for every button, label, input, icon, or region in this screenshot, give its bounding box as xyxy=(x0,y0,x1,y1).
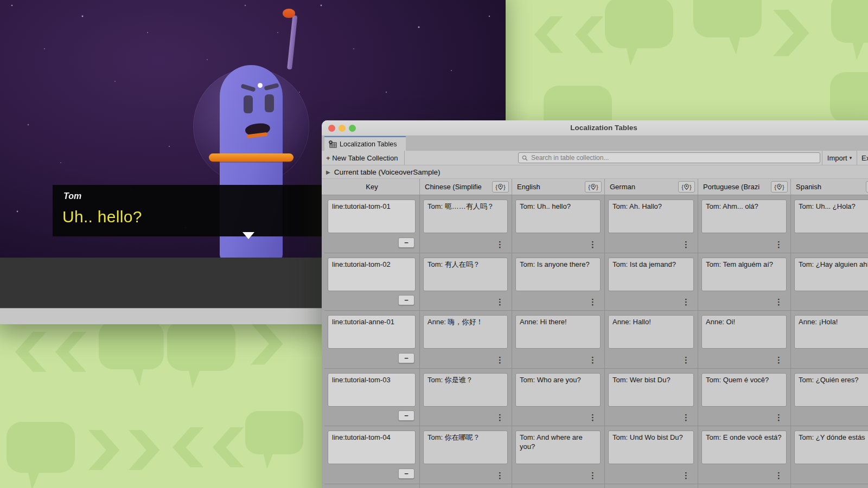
import-button[interactable]: Import ▾ xyxy=(822,151,857,165)
translation-field-portuguese[interactable]: Tom: Quem é você? xyxy=(701,373,787,407)
cell-more-button[interactable]: ⋮ xyxy=(589,471,597,480)
portuguese-cell: Tom: Ahm... olá? ⋮ xyxy=(698,195,791,253)
table-row: line:tutorial-tom-02 − Tom: 有人在吗？ ⋮ Tom:… xyxy=(324,253,868,311)
cell-more-button[interactable]: ⋮ xyxy=(775,297,783,307)
table-row: line:tutorial-tom-03 − Tom: 你是谁？ ⋮ Tom: … xyxy=(324,369,868,427)
current-table-foldout[interactable]: ▶ Current table (VoiceoverSample) xyxy=(322,165,868,179)
cell-more-button[interactable]: ⋮ xyxy=(496,471,504,480)
translation-field-spanish[interactable]: Tom: Uh... ¿Hola? xyxy=(794,200,868,233)
translation-field-portuguese[interactable]: Anne: Oi! xyxy=(701,315,787,349)
english-cell: Anne: Hi there! ⋮ xyxy=(512,311,605,368)
translation-field-german[interactable]: Tom: Ah. Hallo? xyxy=(608,200,694,233)
localization-tables-icon xyxy=(328,140,337,148)
cell-more-button[interactable]: ⋮ xyxy=(682,413,690,422)
locale-settings-button[interactable]: {} xyxy=(492,181,509,192)
remove-row-button[interactable]: − xyxy=(398,468,414,479)
remove-row-button[interactable]: − xyxy=(398,353,414,363)
column-header-chinese[interactable]: Chinese (Simplifie {} xyxy=(420,179,512,195)
column-header-english[interactable]: English {} xyxy=(512,179,605,195)
cell-more-button[interactable]: ⋮ xyxy=(589,240,597,249)
spanish-cell: Tom: ¿Y dónde estás ⋮ xyxy=(791,426,868,484)
translation-field-german[interactable]: Anne: Hallo! xyxy=(608,315,694,349)
robot-antenna-tip xyxy=(283,9,295,18)
locale-settings-button[interactable]: {} xyxy=(585,181,602,192)
robot-eye-right xyxy=(265,94,274,112)
chinese-cell: Tom: 你是谁？ ⋮ xyxy=(420,369,512,426)
translation-field-chinese[interactable]: Tom: 呃……有人吗？ xyxy=(423,200,508,233)
cell-more-button[interactable]: ⋮ xyxy=(682,240,690,249)
german-cell: Tom: Ah. Hallo? ⋮ xyxy=(605,195,698,253)
spanish-cell: ⋮ xyxy=(791,484,868,488)
key-cell: line:tutorial-tom-03 − xyxy=(324,369,420,426)
remove-row-button[interactable]: − xyxy=(398,295,414,305)
translation-field-spanish[interactable]: Anne: ¡Hola! xyxy=(794,315,868,349)
key-field[interactable]: line:tutorial-tom-01 xyxy=(328,200,416,233)
spanish-cell: Tom: ¿Quién eres? ⋮ xyxy=(791,369,868,426)
cell-more-button[interactable]: ⋮ xyxy=(589,355,597,365)
translation-field-spanish[interactable]: Tom: ¿Hay alguien ahí? xyxy=(794,258,868,291)
locale-settings-button[interactable]: {} xyxy=(771,181,788,192)
cell-more-button[interactable]: ⋮ xyxy=(496,355,504,365)
table-row: line:tutorial-tom-04 − Tom: 你在哪呢？ ⋮ Tom:… xyxy=(324,426,868,484)
cell-more-button[interactable]: ⋮ xyxy=(589,297,597,307)
key-field[interactable]: line:tutorial-tom-04 xyxy=(328,431,416,464)
translation-field-chinese[interactable]: Anne: 嗨，你好！ xyxy=(423,315,508,349)
english-cell: ⋮ xyxy=(512,484,605,488)
translation-field-english[interactable]: Anne: Hi there! xyxy=(515,315,601,349)
locale-settings-button[interactable]: {} xyxy=(866,181,868,192)
speaker-name: Tom xyxy=(63,191,81,201)
translation-field-portuguese[interactable]: Tom: E onde você está? xyxy=(701,431,787,464)
cell-more-button[interactable]: ⋮ xyxy=(589,413,597,422)
cell-more-button[interactable]: ⋮ xyxy=(682,471,690,480)
portuguese-cell: Tom: E onde você está? ⋮ xyxy=(698,426,791,484)
robot-forehead-glint xyxy=(258,83,263,88)
cell-more-button[interactable]: ⋮ xyxy=(775,240,783,249)
translation-field-spanish[interactable]: Tom: ¿Quién eres? xyxy=(794,373,868,407)
search-field[interactable] xyxy=(518,152,820,163)
english-cell: Tom: Who are you? ⋮ xyxy=(512,369,605,426)
cell-more-button[interactable]: ⋮ xyxy=(775,413,783,422)
portuguese-cell: Anne: Oi! ⋮ xyxy=(698,311,791,368)
translation-field-spanish[interactable]: Tom: ¿Y dónde estás xyxy=(794,431,868,464)
translation-field-english[interactable]: Tom: Is anyone there? xyxy=(515,258,601,291)
export-button[interactable]: Ex xyxy=(857,151,868,165)
cell-more-button[interactable]: ⋮ xyxy=(496,297,504,307)
search-input[interactable] xyxy=(530,153,816,162)
key-field[interactable]: line:tutorial-anne-01 xyxy=(328,315,416,349)
column-header-german[interactable]: German {} xyxy=(605,179,698,195)
translation-field-english[interactable]: Tom: Who are you? xyxy=(515,373,601,407)
locale-pin-icon xyxy=(684,184,689,190)
translation-field-english[interactable]: Tom: Uh.. hello? xyxy=(515,200,601,233)
tab-localization-tables[interactable]: Localization Tables xyxy=(324,136,406,151)
english-cell: Tom: Uh.. hello? ⋮ xyxy=(512,195,605,253)
translation-field-english[interactable]: Tom: And where are you? xyxy=(515,431,601,464)
english-cell: Tom: And where are you? ⋮ xyxy=(512,426,605,484)
cell-more-button[interactable]: ⋮ xyxy=(682,297,690,307)
english-cell: Tom: Is anyone there? ⋮ xyxy=(512,253,605,311)
translation-field-chinese[interactable]: Tom: 你是谁？ xyxy=(423,373,508,407)
toolbar: + New Table Collection Import ▾ Ex xyxy=(322,151,868,165)
remove-row-button[interactable]: − xyxy=(398,410,414,421)
remove-row-button[interactable]: − xyxy=(398,237,414,248)
new-table-collection-button[interactable]: + New Table Collection xyxy=(322,151,405,165)
cell-more-button[interactable]: ⋮ xyxy=(775,355,783,365)
cell-more-button[interactable]: ⋮ xyxy=(775,471,783,480)
column-header-key[interactable]: Key xyxy=(324,179,420,195)
key-field[interactable]: line:tutorial-tom-03 xyxy=(328,373,416,407)
translation-field-german[interactable]: Tom: Ist da jemand? xyxy=(608,258,694,291)
column-header-spanish[interactable]: Spanish {} xyxy=(791,179,868,195)
translation-field-chinese[interactable]: Tom: 你在哪呢？ xyxy=(423,431,508,464)
robot-collar-ring xyxy=(209,153,293,162)
cell-more-button[interactable]: ⋮ xyxy=(496,413,504,422)
key-field[interactable]: line:tutorial-tom-02 xyxy=(328,258,416,291)
translation-field-chinese[interactable]: Tom: 有人在吗？ xyxy=(423,258,508,291)
column-header-portuguese[interactable]: Portuguese (Brazi {} xyxy=(698,179,791,195)
translation-field-portuguese[interactable]: Tom: Tem alguém aí? xyxy=(701,258,787,291)
cell-more-button[interactable]: ⋮ xyxy=(496,240,504,249)
dialogue-text: Uh.. hello? xyxy=(62,208,142,226)
translation-field-portuguese[interactable]: Tom: Ahm... olá? xyxy=(701,200,787,233)
translation-field-german[interactable]: Tom: Und Wo bist Du? xyxy=(608,431,694,464)
translation-field-german[interactable]: Tom: Wer bist Du? xyxy=(608,373,694,407)
locale-settings-button[interactable]: {} xyxy=(678,181,695,192)
cell-more-button[interactable]: ⋮ xyxy=(682,355,690,365)
